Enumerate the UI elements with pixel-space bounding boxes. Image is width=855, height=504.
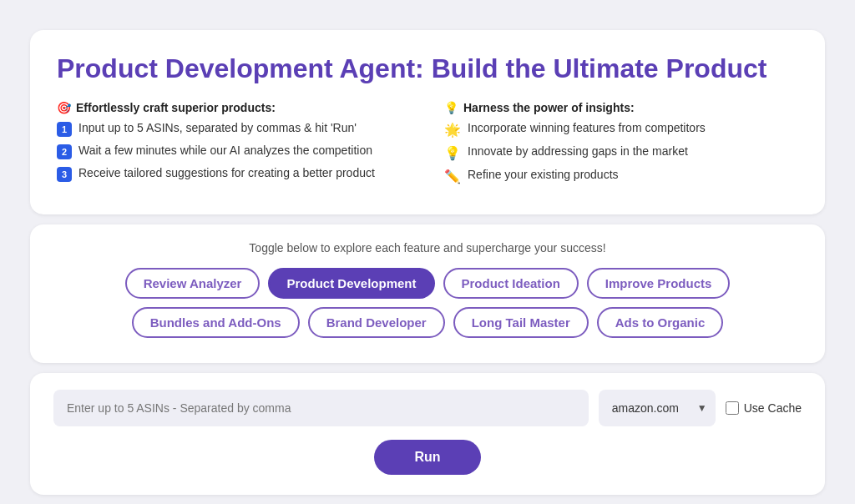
toggle-row-2: Bundles and Add-Ons Brand Developer Long… [53, 307, 802, 338]
left-col-header-text: Effortlessly craft superior products: [76, 101, 276, 114]
left-col-header: 🎯 Effortlessly craft superior products: [57, 101, 411, 114]
step-3: 3 Receive tailored suggestions for creat… [57, 166, 411, 182]
input-card: amazon.com amazon.co.uk amazon.de amazon… [30, 373, 825, 495]
step-2: 2 Wait a few minutes while our AI analyz… [57, 144, 411, 159]
toggle-caption: Toggle below to explore each feature and… [53, 241, 802, 255]
right-col-header-text: Harness the power of insights: [463, 101, 635, 114]
right-item-1: 🌟 Incorporate winning features from comp… [444, 121, 798, 138]
run-button-row: Run [53, 440, 802, 475]
toggle-product-ideation[interactable]: Product Ideation [443, 268, 579, 299]
right-item-2-text: Innovate by addressing gaps in the marke… [468, 144, 688, 158]
run-button[interactable]: Run [374, 440, 480, 475]
step-3-text: Receive tailored suggestions for creatin… [78, 166, 375, 179]
toggle-brand-developer[interactable]: Brand Developer [308, 307, 445, 338]
header-card: Product Development Agent: Build the Ult… [30, 30, 825, 214]
right-item-3-text: Refine your existing products [468, 168, 619, 181]
toggle-review-analyzer[interactable]: Review Analyzer [125, 268, 261, 299]
input-row: amazon.com amazon.co.uk amazon.de amazon… [53, 390, 802, 426]
left-feature-col: 🎯 Effortlessly craft superior products: … [57, 101, 411, 191]
right-item-2: 💡 Innovate by addressing gaps in the mar… [444, 144, 798, 161]
page-wrapper: Product Development Agent: Build the Ult… [13, 13, 842, 504]
right-item-1-text: Incorporate winning features from compet… [468, 121, 706, 134]
toggle-ads-to-organic[interactable]: Ads to Organic [597, 307, 724, 338]
step-badge-1: 1 [57, 122, 72, 137]
step-badge-2: 2 [57, 144, 72, 159]
asin-input[interactable] [53, 390, 589, 426]
right-col-header: 💡 Harness the power of insights: [444, 101, 798, 114]
step-1-text: Input up to 5 ASINs, separated by commas… [78, 121, 357, 134]
right-feature-col: 💡 Harness the power of insights: 🌟 Incor… [444, 101, 798, 191]
page-title: Product Development Agent: Build the Ult… [57, 53, 798, 84]
use-cache-text: Use Cache [744, 401, 802, 415]
star-icon: 🌟 [444, 122, 461, 138]
toggle-row-1: Review Analyzer Product Development Prod… [53, 268, 802, 299]
toggle-bundles-addons[interactable]: Bundles and Add-Ons [132, 307, 300, 338]
target-icon: 🎯 [57, 101, 71, 114]
bulb-icon: 💡 [444, 101, 458, 114]
use-cache-checkbox[interactable] [726, 401, 739, 415]
use-cache-label: Use Cache [726, 401, 802, 415]
toggle-product-development[interactable]: Product Development [268, 268, 434, 299]
step-2-text: Wait a few minutes while our AI analyzes… [78, 144, 372, 157]
marketplace-wrapper: amazon.com amazon.co.uk amazon.de amazon… [599, 390, 716, 426]
marketplace-select[interactable]: amazon.com amazon.co.uk amazon.de amazon… [599, 390, 716, 426]
step-badge-3: 3 [57, 167, 72, 182]
toggle-improve-products[interactable]: Improve Products [587, 268, 731, 299]
lightbulb-icon: 💡 [444, 145, 461, 161]
step-1: 1 Input up to 5 ASINs, separated by comm… [57, 121, 411, 137]
pencil-icon: ✏️ [444, 169, 461, 184]
toggle-card: Toggle below to explore each feature and… [30, 224, 825, 363]
features-grid: 🎯 Effortlessly craft superior products: … [57, 101, 798, 191]
right-item-3: ✏️ Refine your existing products [444, 168, 798, 184]
toggle-long-tail-master[interactable]: Long Tail Master [453, 307, 589, 338]
